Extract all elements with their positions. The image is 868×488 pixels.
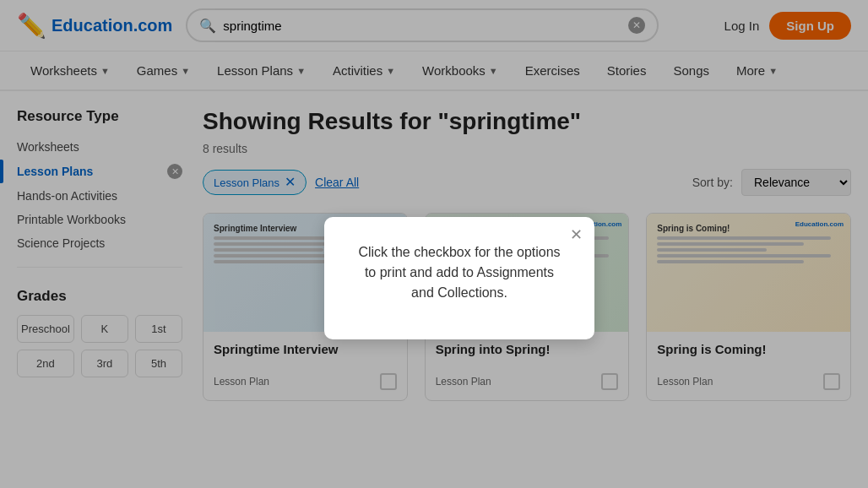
tooltip-close-button[interactable]: ✕ (570, 225, 583, 244)
tooltip-text: Click the checkbox for the options to pr… (358, 242, 561, 303)
tooltip-box: ✕ Click the checkbox for the options to … (324, 217, 594, 339)
tooltip-overlay[interactable]: ✕ Click the checkbox for the options to … (0, 0, 868, 418)
tooltip-arrow (448, 302, 471, 314)
